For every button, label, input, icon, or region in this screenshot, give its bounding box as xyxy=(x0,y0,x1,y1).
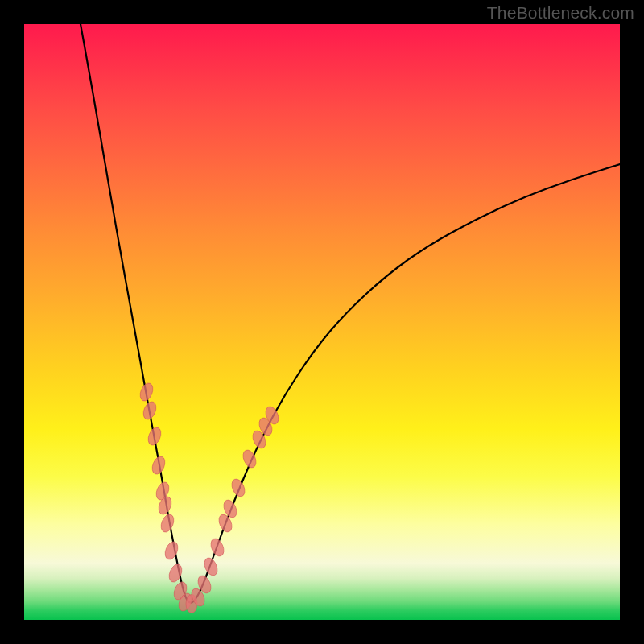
chart-frame: TheBottleneck.com xyxy=(0,0,644,644)
bottleneck-curve xyxy=(80,24,620,603)
marker-point xyxy=(159,513,176,535)
watermark-text: TheBottleneck.com xyxy=(487,3,634,23)
marker-point xyxy=(138,382,155,403)
marker-point xyxy=(163,540,180,562)
marker-point xyxy=(208,537,226,559)
marker-point xyxy=(202,556,220,578)
marker-point xyxy=(150,455,167,477)
highlight-markers xyxy=(138,382,281,613)
marker-point xyxy=(146,426,163,448)
chart-svg xyxy=(24,24,620,620)
plot-area xyxy=(24,24,620,620)
marker-point xyxy=(229,477,247,499)
marker-point xyxy=(141,400,159,422)
